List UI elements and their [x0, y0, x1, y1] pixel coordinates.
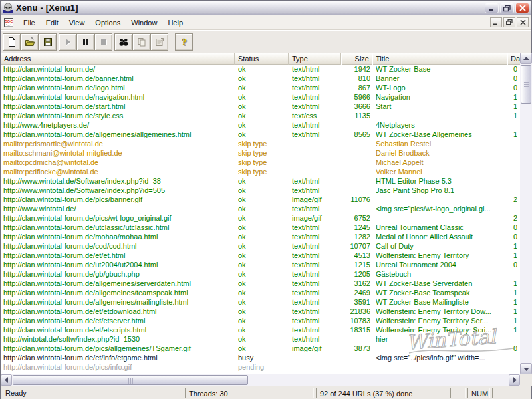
table-row[interactable]: mailto:pcdflocke@wintotal.de skip type V… [1, 167, 520, 176]
table-row[interactable]: http://clan.wintotal-forum.de/allgemeine… [1, 288, 520, 297]
table-row[interactable]: http://clan.wintotal-forum.de/et/etserve… [1, 316, 520, 325]
mdi-restore-button[interactable] [503, 17, 515, 27]
vertical-scroll-thumb[interactable] [521, 65, 531, 104]
pause-button[interactable] [76, 33, 94, 51]
cell-date: 1 [505, 325, 517, 334]
help-button[interactable]: ?? [175, 33, 193, 51]
table-row[interactable]: http://clan.wintotal-forum.de/pics/info.… [1, 362, 520, 372]
table-row[interactable]: http://www.wintotal.de/Software/index.ph… [1, 176, 520, 186]
mdi-minimize-button[interactable] [490, 17, 502, 27]
cell-type: text/html [292, 260, 340, 269]
new-file-button[interactable] [3, 33, 21, 51]
arrow-left-icon [5, 377, 9, 383]
table-row[interactable]: http://clan.wintotal-forum.de/et/etdownl… [1, 307, 520, 316]
table-row[interactable]: http://clan.wintotal-forum.de/cod/cod.ht… [1, 241, 520, 251]
cell-size [339, 362, 370, 372]
cell-date [505, 334, 517, 344]
find-button[interactable] [114, 33, 132, 51]
mdi-close-button[interactable] [517, 17, 529, 27]
cell-type: text/html [292, 232, 340, 241]
column-header-date[interactable]: Da [507, 53, 520, 65]
cell-address: mailto:pcdflocke@wintotal.de [3, 167, 233, 176]
table-row[interactable]: http://clan.wintotal-forum.de/navigation… [1, 92, 520, 102]
cell-title: WT Zocker-Base Mailingliste [376, 297, 506, 307]
column-header-address[interactable]: Address [1, 53, 235, 65]
table-row[interactable]: http://clan.wintotal-forum.de/banner.htm… [1, 74, 520, 83]
scroll-left-button[interactable] [1, 374, 12, 386]
table-row[interactable]: mailto:pcdmicha@wintotal.de skip type Mi… [1, 158, 520, 167]
table-row[interactable]: http://www.4netplayers.de/ ok text/html … [1, 120, 520, 130]
table-row[interactable]: http://clan.wintotal-forum.de/et/et.html… [1, 251, 520, 260]
table-row[interactable]: http://clan.wintotal-forum.de/allgemeine… [1, 297, 520, 307]
cell-status: skip type [238, 167, 287, 176]
column-header-type[interactable]: Type [289, 53, 341, 65]
mdi-window-controls [490, 17, 529, 27]
cell-date [505, 176, 517, 186]
cell-type: text/html [292, 204, 340, 213]
minimize-button[interactable] [485, 3, 499, 13]
menu-view[interactable]: View [64, 16, 90, 29]
table-row[interactable]: http://clan.wintotal-forum.de/ut2004/ut2… [1, 260, 520, 269]
cell-size: 10783 [339, 316, 370, 325]
xenu-window: Xenu - [Xenu1] DOC File Edit View Option… [0, 0, 532, 399]
scroll-up-button[interactable] [520, 53, 532, 64]
close-button[interactable] [515, 3, 529, 13]
cell-title: Medal of Honor: Allied Assault [376, 232, 506, 241]
table-row[interactable]: http://clan.wintotal-forum.de/mohaa/moha… [1, 232, 520, 241]
properties-button[interactable] [150, 33, 168, 51]
cell-size [339, 158, 370, 167]
cell-type [292, 158, 340, 167]
table-row[interactable]: http://www.wintotal.de/ ok text/html <im… [1, 204, 520, 213]
cell-type: text/html [292, 297, 340, 307]
arrow-right-icon [513, 377, 517, 383]
column-header-size[interactable]: Size [341, 53, 372, 65]
menu-file[interactable]: File [18, 16, 41, 29]
menu-options[interactable]: Options [90, 16, 126, 29]
cell-type: image/gif [292, 195, 340, 204]
table-row[interactable]: http://clan.wintotal-forum.de/ ok text/h… [1, 65, 520, 74]
table-row[interactable]: http://clan.wintotal-forum.de/start.html… [1, 102, 520, 111]
table-row[interactable]: http://www.wintotal.de/Software/index.ph… [1, 186, 520, 195]
scroll-right-button[interactable] [509, 374, 520, 386]
menu-window[interactable]: Window [126, 16, 162, 29]
copy-button[interactable] [132, 33, 150, 51]
resume-button[interactable] [59, 33, 76, 51]
horizontal-scrollbar[interactable] [1, 374, 520, 386]
scroll-down-button[interactable] [520, 363, 532, 374]
table-row[interactable]: http://clan.wintotal-forum.de/logo.html … [1, 83, 520, 92]
menu-help[interactable]: Help [162, 16, 188, 29]
cell-status: ok [238, 83, 287, 92]
table-row[interactable]: http://clan.wintotal-forum.de/utclassic/… [1, 223, 520, 232]
open-file-button[interactable] [21, 33, 39, 51]
stop-button[interactable] [94, 33, 112, 51]
save-button[interactable] [39, 33, 57, 51]
pause-icon [80, 37, 91, 47]
table-row[interactable]: http://clan.wintotal-forum.de/allgemeine… [1, 279, 520, 288]
cell-size: 2469 [339, 288, 370, 297]
table-row[interactable]: mailto:schmani@wintotal-mitglied.de skip… [1, 148, 520, 158]
table-row[interactable]: http://wintotal.de/softw/index.php?id=15… [1, 334, 520, 344]
table-row[interactable]: mailto:pcdsmartie@wintotal.de skip type … [1, 139, 520, 148]
horizontal-scroll-thumb[interactable] [13, 375, 248, 385]
table-row[interactable]: http://clan.wintotal-forum.de/et/info/et… [1, 353, 520, 362]
table-row[interactable]: http://clan.wintotal-forum.de/pics/banne… [1, 195, 520, 204]
cell-title: Volker Mannel [376, 167, 506, 176]
cell-date: 0 [505, 74, 517, 83]
table-row[interactable]: http://clan.wintotal-forum.de/gb/gbuch.p… [1, 269, 520, 279]
table-row[interactable]: http://clan.wintotal-forum.de/style.css … [1, 111, 520, 120]
status-panel-empty [492, 388, 529, 398]
cell-title [376, 344, 506, 353]
close-icon [519, 5, 527, 11]
column-header-status[interactable]: Status [235, 53, 289, 65]
table-row[interactable]: http://clan.wintotal-forum.de/allgemeine… [1, 130, 520, 139]
cell-date [505, 204, 517, 213]
restore-button[interactable] [500, 3, 514, 13]
table-row[interactable]: http://clan.wintotal-forum.de/pics/allge… [1, 344, 520, 353]
vertical-scrollbar[interactable] [520, 53, 532, 374]
cell-title: <img src="../pics/info.gif" width=... [376, 353, 506, 362]
cell-status: pending [238, 362, 287, 372]
column-header-title[interactable]: Title [372, 53, 507, 65]
table-row[interactable]: http://clan.wintotal-forum.de/et/etscrip… [1, 325, 520, 334]
table-row[interactable]: http://clan.wintotal-forum.de/pics/wt-lo… [1, 213, 520, 223]
menu-edit[interactable]: Edit [41, 16, 64, 29]
